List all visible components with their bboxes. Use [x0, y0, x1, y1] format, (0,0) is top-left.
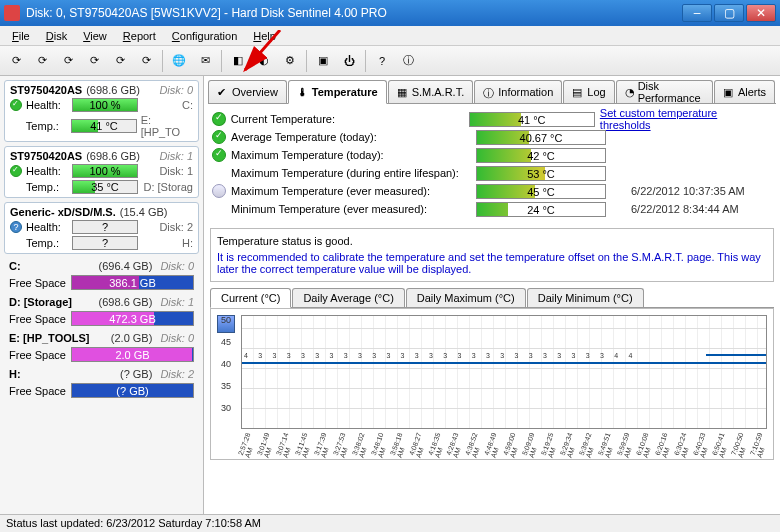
tab-performance[interactable]: ◔Disk Performance — [616, 80, 713, 103]
menu-file[interactable]: FFileile — [4, 28, 38, 44]
menu-help[interactable]: Help — [245, 28, 284, 44]
chart-x-tick: 6:20:16 AM — [654, 429, 676, 458]
temperature-readings: Current Temperature:41 °CSet custom temp… — [208, 104, 776, 224]
chart-x-tick: 4:59:00 AM — [502, 429, 524, 458]
sidebar: ST9750420AS (698.6 GB)Disk: 0 Health:100… — [0, 76, 204, 514]
status-box: Temperature status is good. It is recomm… — [210, 228, 774, 282]
health-label: Health: — [26, 165, 68, 177]
disk-extra: C: — [182, 99, 193, 111]
menu-view[interactable]: View — [75, 28, 115, 44]
toolbar-btn-1[interactable]: ⟳ — [4, 49, 28, 73]
tab-information[interactable]: ⓘInformation — [474, 80, 562, 103]
ok-icon — [212, 112, 226, 126]
volume-drive: C: — [9, 260, 21, 272]
chart-x-tick: 5:39:42 AM — [578, 429, 600, 458]
temp-label: Temp.: — [26, 237, 68, 249]
temp-label: Temp.: — [26, 181, 68, 193]
volume-row[interactable]: Free Space472.3 GB — [4, 310, 199, 330]
disk-extra2: D: [Storag — [143, 181, 193, 193]
tab-temperature[interactable]: 🌡Temperature — [288, 80, 387, 104]
tab-overview[interactable]: ✔Overview — [208, 80, 287, 103]
chart-y-tick: 30 — [221, 403, 231, 413]
chart-tab-max[interactable]: Daily Maximum (°C) — [406, 288, 526, 307]
temp-row: Maximum Temperature (during entire lifes… — [212, 164, 772, 182]
close-button[interactable]: ✕ — [746, 4, 776, 22]
volume-disk: Disk: 0 — [160, 332, 194, 344]
toolbar-btn-4[interactable]: ⟳ — [82, 49, 106, 73]
temp-gradient-bar: 41 °C — [469, 112, 595, 127]
disk-extra: Disk: 2 — [159, 221, 193, 233]
chart-x-tick: 5:59:59 AM — [616, 429, 638, 458]
toolbar-info-icon[interactable]: ◐ — [252, 49, 276, 73]
toolbar-globe-icon[interactable]: 🌐 — [167, 49, 191, 73]
toolbar-about-icon[interactable]: ⓘ — [396, 49, 420, 73]
chart-x-tick: 6:30:24 AM — [673, 429, 695, 458]
maximize-button[interactable]: ▢ — [714, 4, 744, 22]
chart-x-tick: 5:29:34 AM — [559, 429, 581, 458]
menu-configuration[interactable]: Configuration — [164, 28, 245, 44]
minimize-button[interactable]: – — [682, 4, 712, 22]
temp-bar: 35 °C — [72, 180, 138, 194]
status-good: Temperature status is good. — [217, 235, 767, 247]
chart-x-tick: 6:10:08 AM — [635, 429, 657, 458]
toolbar-btn-2[interactable]: ⟳ — [30, 49, 54, 73]
temp-row: Maximum Temperature (ever measured):45 °… — [212, 182, 772, 200]
tab-smart[interactable]: ▦S.M.A.R.T. — [388, 80, 474, 103]
chart-tabs: Current (°C) Daily Average (°C) Daily Ma… — [210, 288, 774, 308]
toolbar-btn-5[interactable]: ⟳ — [108, 49, 132, 73]
toolbar-smart-icon[interactable]: ▣ — [311, 49, 335, 73]
temp-bar: ? — [72, 236, 138, 250]
disk-panel[interactable]: ST9750420AS (698.6 GB)Disk: 0 Health:100… — [4, 80, 199, 142]
volume-row[interactable]: Free Space386.1 GB — [4, 274, 199, 294]
disk-panel[interactable]: Generic- xD/SD/M.S. (15.4 GB) ?Health:?D… — [4, 202, 199, 254]
tab-alerts[interactable]: ▣Alerts — [714, 80, 775, 103]
free-space-label: Free Space — [9, 277, 71, 289]
content-area: ✔Overview 🌡Temperature ▦S.M.A.R.T. ⓘInfo… — [204, 76, 780, 514]
free-space-label: Free Space — [9, 349, 71, 361]
temp-row-label: Maximum Temperature (ever measured): — [231, 185, 471, 197]
temp-bar: 41 °C — [71, 119, 136, 133]
log-icon: ▤ — [572, 86, 584, 98]
tab-log[interactable]: ▤Log — [563, 80, 614, 103]
disk-panel[interactable]: ST9750420AS (698.6 GB)Disk: 1 Health:100… — [4, 146, 199, 198]
chart-y-tick: 35 — [221, 381, 231, 391]
info-icon: ⓘ — [483, 86, 495, 98]
menu-disk[interactable]: Disk — [38, 28, 75, 44]
volume-capacity: (2.0 GB) — [111, 332, 153, 344]
statusbar: Status last updated: 6/23/2012 Saturday … — [0, 514, 780, 532]
chart-tab-avg[interactable]: Daily Average (°C) — [292, 288, 404, 307]
temp-timestamp: 6/22/2012 10:37:35 AM — [631, 185, 745, 197]
menu-report[interactable]: Report — [115, 28, 164, 44]
toolbar-test-icon[interactable]: ◧ — [226, 49, 250, 73]
toolbar-mail-icon[interactable]: ✉ — [193, 49, 217, 73]
volume-row[interactable]: Free Space(? GB) — [4, 382, 199, 402]
chart-y-tick: 50 — [221, 315, 231, 325]
toolbar-btn-6[interactable]: ⟳ — [134, 49, 158, 73]
volume-disk: Disk: 0 — [160, 260, 194, 272]
health-bar: 100 % — [72, 98, 138, 112]
chart-x-tick: 3:01:49 AM — [256, 429, 278, 458]
volume-row[interactable]: Free Space2.0 GB — [4, 346, 199, 366]
toolbar-power-icon[interactable]: ⏻ — [337, 49, 361, 73]
free-space-label: Free Space — [9, 385, 71, 397]
health-bar: 100 % — [72, 164, 138, 178]
chart-tab-min[interactable]: Daily Minimum (°C) — [527, 288, 644, 307]
volume-header: C:(696.4 GB)Disk: 0 — [4, 258, 199, 274]
health-bar: ? — [72, 220, 138, 234]
disk-index: Disk: 0 — [159, 84, 193, 96]
toolbar: ⟳ ⟳ ⟳ ⟳ ⟳ ⟳ 🌐 ✉ ◧ ◐ ⚙ ▣ ⏻ ? ⓘ — [0, 46, 780, 76]
volume-capacity: (698.6 GB) — [99, 296, 153, 308]
toolbar-help-icon[interactable]: ? — [370, 49, 394, 73]
volume-capacity: (? GB) — [120, 368, 152, 380]
gauge-icon: ◔ — [625, 86, 635, 98]
chart-area: 3035404550 4 3 3 3 3 3 3 3 3 3 3 3 3 3 3… — [210, 308, 774, 460]
toolbar-btn-3[interactable]: ⟳ — [56, 49, 80, 73]
alert-icon: ▣ — [723, 86, 735, 98]
temp-gradient-bar: 53 °C — [476, 166, 606, 181]
chart-x-tick: 2:57:28 AM — [237, 429, 259, 458]
chip-icon: ▦ — [397, 86, 409, 98]
volume-drive: D: [Storage] — [9, 296, 72, 308]
chart-tab-current[interactable]: Current (°C) — [210, 288, 291, 308]
toolbar-gear-icon[interactable]: ⚙ — [278, 49, 302, 73]
custom-thresholds-link[interactable]: Set custom temperature thresholds — [600, 107, 766, 131]
